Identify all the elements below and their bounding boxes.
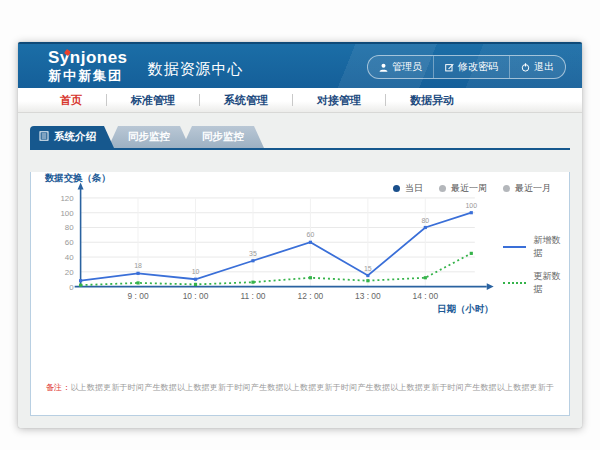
filter-option-last-month-label: 最近一月: [515, 182, 551, 195]
svg-text:11 : 00: 11 : 00: [240, 291, 265, 301]
svg-text:40: 40: [65, 253, 74, 262]
brand-company-name: 新中新集团: [48, 69, 128, 83]
svg-text:20: 20: [65, 268, 74, 277]
tab-sync-monitor-1-label: 同步监控: [128, 130, 170, 144]
logout-button[interactable]: 退出: [509, 56, 565, 78]
svg-text:0: 0: [69, 283, 74, 292]
tab-underline: [30, 148, 570, 150]
brand-logo-text: Synjones: [48, 49, 128, 67]
filter-option-today[interactable]: 当日: [393, 182, 423, 195]
svg-text:100: 100: [466, 202, 478, 209]
change-password-button[interactable]: 修改密码: [433, 56, 509, 78]
svg-text:日期（小时）: 日期（小时）: [437, 303, 493, 315]
user-menu: 管理员 修改密码 退出: [367, 55, 566, 79]
nav-item-home[interactable]: 首页: [36, 88, 106, 112]
svg-text:10 : 00: 10 : 00: [183, 291, 209, 301]
edit-icon: [445, 63, 454, 72]
tab-sync-monitor-2[interactable]: 同步监控: [182, 126, 264, 148]
filter-option-last-week[interactable]: 最近一周: [439, 182, 487, 195]
content-panel: 当日 最近一周 最近一月 数据交换（条）日期（小时）02040608010012…: [30, 172, 570, 416]
chart-legend: 新增数据 更新数据: [503, 234, 569, 322]
radio-unselected-icon: [503, 185, 510, 192]
document-icon: [39, 131, 49, 143]
svg-text:14 : 00: 14 : 00: [412, 291, 438, 301]
svg-text:18: 18: [134, 262, 142, 269]
app-header: Synjones 新中新集团 数据资源中心 管理员 修改密码: [18, 42, 582, 88]
admin-user-button[interactable]: 管理员: [368, 56, 433, 78]
tab-sync-monitor-2-label: 同步监控: [202, 130, 244, 144]
tab-bar: 系统介绍 同步监控 同步监控: [30, 126, 570, 148]
note-text: 以上数据更新于时间产生数据以上数据更新于时间产生数据以上数据更新于时间产生数据以…: [70, 383, 554, 392]
svg-text:35: 35: [249, 250, 257, 257]
radio-unselected-icon: [439, 185, 446, 192]
legend-item-updated-data: 更新数据: [503, 270, 569, 296]
svg-text:15: 15: [364, 265, 372, 272]
tab-system-intro-label: 系统介绍: [54, 130, 96, 144]
nav-item-standard-mgmt[interactable]: 标准管理: [107, 88, 199, 112]
app-title: 数据资源中心: [148, 60, 244, 79]
admin-user-label: 管理员: [392, 60, 422, 74]
svg-text:60: 60: [65, 238, 74, 247]
app-window: Synjones 新中新集团 数据资源中心 管理员 修改密码: [18, 42, 582, 428]
user-icon: [379, 63, 388, 72]
tab-sync-monitor-1[interactable]: 同步监控: [108, 126, 190, 148]
svg-text:80: 80: [421, 217, 429, 224]
svg-text:12 : 00: 12 : 00: [298, 291, 324, 301]
svg-text:13 : 00: 13 : 00: [355, 291, 381, 301]
nav-item-system-mgmt[interactable]: 系统管理: [200, 88, 292, 112]
period-filter: 当日 最近一周 最近一月: [393, 182, 551, 195]
svg-text:60: 60: [307, 231, 315, 238]
legend-updated-data-label: 更新数据: [533, 270, 569, 296]
radio-selected-icon: [393, 185, 400, 192]
svg-text:120: 120: [60, 194, 74, 203]
note-label: 备注：: [46, 383, 71, 392]
filter-option-today-label: 当日: [405, 182, 423, 195]
footer-note: 备注：以上数据更新于时间产生数据以上数据更新于时间产生数据以上数据更新于时间产生…: [31, 382, 569, 393]
legend-new-data-label: 新增数据: [533, 234, 569, 260]
svg-text:9 : 00: 9 : 00: [128, 291, 149, 301]
dotted-line-icon: [503, 282, 527, 284]
svg-text:100: 100: [60, 209, 74, 218]
legend-item-new-data: 新增数据: [503, 234, 569, 260]
svg-text:80: 80: [65, 223, 74, 232]
solid-line-icon: [503, 246, 527, 248]
change-password-label: 修改密码: [458, 60, 498, 74]
svg-text:10: 10: [192, 268, 200, 275]
brand-logo: Synjones 新中新集团: [48, 49, 128, 82]
nav-item-data-change[interactable]: 数据异动: [386, 88, 478, 112]
filter-option-last-week-label: 最近一周: [451, 182, 487, 195]
svg-text:数据交换（条）: 数据交换（条）: [44, 172, 111, 184]
tab-system-intro[interactable]: 系统介绍: [30, 126, 114, 148]
nav-item-interface-mgmt[interactable]: 对接管理: [293, 88, 385, 112]
power-icon: [521, 63, 530, 72]
main-nav: 首页 标准管理 系统管理 对接管理 数据异动: [18, 88, 582, 113]
filter-option-last-month[interactable]: 最近一月: [503, 182, 551, 195]
logout-label: 退出: [534, 60, 554, 74]
